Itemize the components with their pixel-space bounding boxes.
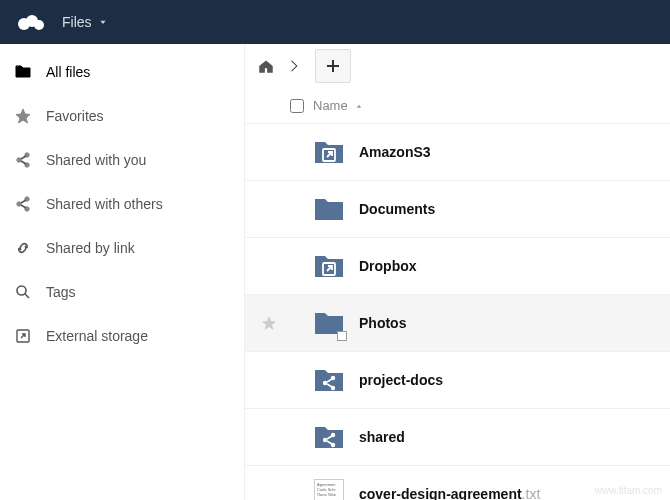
- sidebar-item-label: Favorites: [46, 108, 104, 124]
- file-thumbnail: [313, 136, 345, 168]
- file-name: cover-design-agreement.txt: [359, 486, 540, 500]
- column-name-header[interactable]: Name: [313, 98, 658, 113]
- favorite-toggle[interactable]: [257, 315, 281, 331]
- file-row[interactable]: Dropbox: [245, 238, 670, 295]
- sidebar-item-shared-with-others[interactable]: Shared with others: [0, 182, 244, 226]
- sidebar-item-external-storage[interactable]: External storage: [0, 314, 244, 358]
- file-name: project-docs: [359, 372, 443, 388]
- search-icon: [14, 284, 32, 300]
- file-list: AmazonS3DocumentsDropboxPhotosproject-do…: [245, 124, 670, 500]
- sidebar-item-label: Tags: [46, 284, 76, 300]
- sidebar-item-tags[interactable]: Tags: [0, 270, 244, 314]
- file-name: Documents: [359, 201, 435, 217]
- topbar: Files: [0, 0, 670, 44]
- file-thumbnail: AgreemenCarla SchrOana Sibe: [313, 478, 345, 500]
- file-row[interactable]: project-docs: [245, 352, 670, 409]
- sidebar-item-label: Shared with others: [46, 196, 163, 212]
- file-thumbnail: [313, 193, 345, 225]
- app-selector[interactable]: Files: [54, 14, 116, 30]
- main-area: Name AmazonS3DocumentsDropboxPhotosproje…: [245, 44, 670, 500]
- plus-icon: [325, 58, 341, 74]
- sidebar-item-label: Shared with you: [46, 152, 146, 168]
- sort-asc-icon: [354, 102, 364, 110]
- share-icon: [14, 152, 32, 168]
- file-thumbnail: [313, 421, 345, 453]
- link-icon: [14, 240, 32, 256]
- file-row[interactable]: Photos: [245, 295, 670, 352]
- svg-point-7: [34, 20, 44, 30]
- caret-down-icon: [98, 18, 108, 26]
- file-name: AmazonS3: [359, 144, 431, 160]
- sidebar-item-favorites[interactable]: Favorites: [0, 94, 244, 138]
- app-label: Files: [62, 14, 92, 30]
- sidebar-item-label: All files: [46, 64, 90, 80]
- share-icon: [14, 196, 32, 212]
- watermark: www.fifam.com: [595, 485, 662, 496]
- sidebar-item-shared-by-link[interactable]: Shared by link: [0, 226, 244, 270]
- star-icon: [14, 108, 32, 124]
- breadcrumb-bar: [245, 44, 670, 88]
- sidebar-item-label: Shared by link: [46, 240, 135, 256]
- sidebar-item-label: External storage: [46, 328, 148, 344]
- chevron-right-icon: [283, 54, 307, 78]
- sidebar-item-all-files[interactable]: All files: [0, 50, 244, 94]
- logo[interactable]: [8, 0, 54, 44]
- file-name: Photos: [359, 315, 406, 331]
- select-all-checkbox[interactable]: [281, 99, 313, 113]
- file-row[interactable]: Documents: [245, 181, 670, 238]
- file-row[interactable]: AmazonS3: [245, 124, 670, 181]
- svg-point-11: [323, 381, 327, 385]
- external-icon: [14, 328, 32, 344]
- svg-point-14: [323, 438, 327, 442]
- file-thumbnail: [313, 250, 345, 282]
- file-row[interactable]: shared: [245, 409, 670, 466]
- sidebar: All filesFavoritesShared with youShared …: [0, 44, 245, 500]
- file-thumbnail: [313, 364, 345, 396]
- new-button[interactable]: [315, 49, 351, 83]
- table-header: Name: [245, 88, 670, 124]
- file-name: Dropbox: [359, 258, 417, 274]
- sidebar-item-shared-with-you[interactable]: Shared with you: [0, 138, 244, 182]
- file-thumbnail: [313, 307, 345, 339]
- home-icon[interactable]: [257, 57, 275, 75]
- file-name: shared: [359, 429, 405, 445]
- folder-icon: [14, 64, 32, 80]
